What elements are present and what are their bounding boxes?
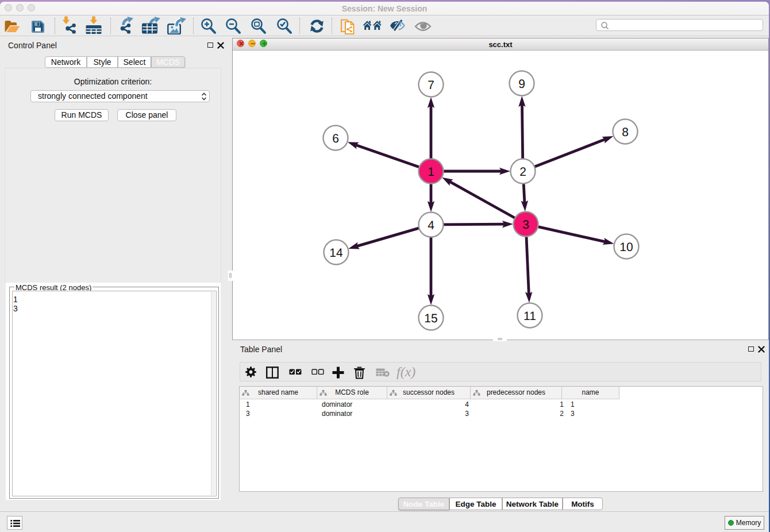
svg-text:6: 6 <box>332 132 339 145</box>
svg-text:3: 3 <box>522 218 529 232</box>
svg-text:1: 1 <box>428 165 434 179</box>
svg-text:2: 2 <box>519 165 526 179</box>
svg-text:10: 10 <box>619 241 633 254</box>
svg-text:11: 11 <box>523 310 536 323</box>
svg-text:9: 9 <box>518 78 525 91</box>
svg-text:15: 15 <box>424 312 437 325</box>
svg-text:4: 4 <box>428 219 434 232</box>
svg-text:14: 14 <box>329 246 343 260</box>
svg-text:8: 8 <box>622 126 629 139</box>
svg-text:7: 7 <box>428 79 434 92</box>
